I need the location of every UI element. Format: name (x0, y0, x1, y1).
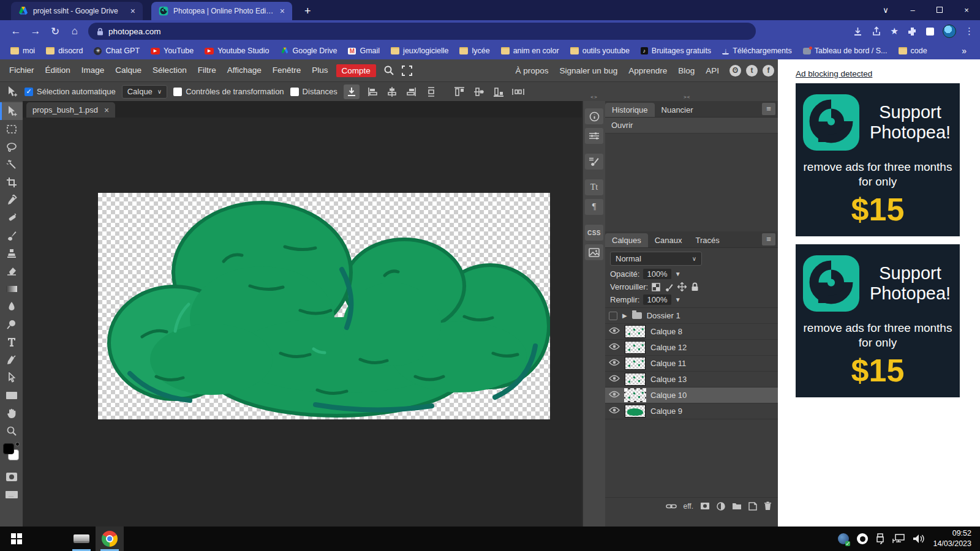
tab-close-icon[interactable]: × (129, 6, 137, 16)
tab-historique[interactable]: Historique (605, 103, 655, 117)
lock-paint-icon[interactable] (665, 283, 673, 291)
css-panel-button[interactable]: CSS (585, 225, 603, 241)
ad-card-2[interactable]: Support Photopea! remove ads for three m… (796, 244, 960, 397)
magic-wand-tool[interactable] (0, 156, 23, 173)
shape-tool[interactable] (0, 386, 23, 404)
align-center-h-icon[interactable] (385, 84, 399, 99)
menu-signaler-bug[interactable]: Signaler un bug (554, 66, 624, 75)
document-close-icon[interactable]: × (104, 105, 109, 115)
layer-row-calque-10-selected[interactable]: Calque 10 (605, 388, 778, 403)
menu-selection[interactable]: Sélection (147, 59, 192, 81)
taskbar-chrome-button[interactable] (96, 527, 124, 551)
menu-affichage[interactable]: Affichage (222, 59, 267, 81)
layer-row-calque-9[interactable]: Calque 9 (605, 403, 778, 419)
adjustment-icon[interactable] (717, 502, 725, 511)
menu-api[interactable]: API (700, 66, 725, 75)
tab-nuancier[interactable]: Nuancier (655, 103, 700, 117)
gradient-tool[interactable] (0, 280, 23, 298)
brush-settings-button[interactable] (585, 154, 603, 170)
clone-stamp-tool[interactable] (0, 244, 23, 262)
type-tool[interactable] (0, 333, 23, 351)
pen-tool[interactable] (0, 351, 23, 369)
healing-brush-tool[interactable] (0, 209, 23, 227)
eye-icon[interactable] (609, 391, 620, 400)
bookmark-star-icon[interactable]: ★ (891, 26, 899, 37)
layer-thumbnail[interactable] (625, 405, 646, 418)
menu-fenetre[interactable]: Fenêtre (267, 59, 307, 81)
volume-icon[interactable] (913, 534, 925, 544)
hand-tool[interactable] (0, 404, 23, 422)
window-chevron-icon[interactable]: ∨ (872, 0, 899, 20)
visibility-checkbox[interactable] (609, 312, 617, 320)
twitter-icon[interactable]: t (746, 65, 758, 77)
effects-button[interactable]: eff. (684, 502, 693, 511)
distribute-horizontal-icon[interactable] (511, 84, 525, 99)
lasso-tool[interactable] (0, 138, 23, 156)
layer-row-dossier-1[interactable]: ▶ Dossier 1 (605, 308, 778, 324)
color-swatches[interactable] (0, 442, 23, 467)
browser-tab-photopea[interactable]: Photopea | Online Photo Editor × (151, 2, 292, 20)
tab-canaux[interactable]: Canaux (648, 233, 689, 247)
eye-tray-icon[interactable] (857, 533, 868, 544)
bookmark-anim[interactable]: anim en color (496, 43, 565, 58)
menu-fichier[interactable]: Fichier (4, 59, 40, 81)
info-panel-button[interactable] (585, 108, 603, 124)
zoom-tool[interactable] (0, 422, 23, 440)
expand-arrow-icon[interactable]: ▶ (622, 312, 627, 319)
side-panel-icon[interactable] (926, 28, 934, 36)
crop-tool[interactable] (0, 173, 23, 191)
download-button[interactable] (344, 84, 360, 99)
layer-thumbnail[interactable] (625, 373, 646, 386)
lock-transparency-icon[interactable] (652, 283, 660, 291)
layer-row-calque-8[interactable]: Calque 8 (605, 324, 778, 340)
taskbar-clock[interactable]: 09:52 14/03/2023 (933, 528, 971, 549)
opacity-slider-icon[interactable]: ▼ (675, 271, 681, 277)
reddit-icon[interactable]: ʘ (729, 65, 741, 77)
new-layer-icon[interactable] (748, 502, 757, 511)
adblock-notice-link[interactable]: Ad blocking detected (796, 69, 872, 78)
usb-icon[interactable] (876, 533, 884, 544)
tab-calques[interactable]: Calques (605, 233, 648, 247)
tab-traces[interactable]: Tracés (689, 233, 726, 247)
paragraph-panel-button[interactable]: ¶ (585, 199, 603, 215)
menu-a-propos[interactable]: À propos (510, 66, 554, 75)
window-close-button[interactable]: × (953, 0, 980, 20)
menu-plus[interactable]: Plus (306, 59, 333, 81)
download-page-icon[interactable] (853, 26, 863, 37)
menu-calque[interactable]: Calque (110, 59, 147, 81)
layer-row-calque-11[interactable]: Calque 11 (605, 356, 778, 372)
fill-value[interactable]: 100% (643, 294, 671, 305)
bookmark-gmail[interactable]: MGmail (342, 43, 385, 58)
layer-thumbnail[interactable] (625, 389, 646, 402)
start-button[interactable] (2, 527, 31, 551)
align-top-icon[interactable] (453, 84, 466, 99)
menu-apprendre[interactable]: Apprendre (623, 66, 673, 75)
home-button[interactable]: ⌂ (65, 25, 85, 37)
eye-icon[interactable] (609, 359, 620, 368)
layer-mask-icon[interactable] (700, 502, 710, 510)
new-folder-icon[interactable] (732, 502, 742, 510)
align-middle-icon[interactable] (472, 84, 486, 99)
bookmark-lycee[interactable]: lycée (454, 43, 495, 58)
align-right-icon[interactable] (405, 84, 418, 99)
blur-tool[interactable] (0, 298, 23, 315)
window-minimize-button[interactable]: – (899, 0, 926, 20)
antivirus-icon[interactable] (838, 533, 849, 544)
bookmark-google-drive[interactable]: Google Drive (275, 43, 343, 58)
bookmark-jeux[interactable]: jeux/logicielle (385, 43, 454, 58)
bookmark-tableau[interactable]: Tableau de bord / S... (797, 43, 893, 58)
blend-mode-dropdown[interactable]: Normal∨ (610, 252, 702, 266)
menu-blog[interactable]: Blog (673, 66, 700, 75)
bookmark-youtube[interactable]: ▶YouTube (145, 43, 199, 58)
bookmark-telechargements[interactable]: ↓Téléchargements (717, 43, 797, 58)
path-select-tool[interactable] (0, 369, 23, 386)
canvas[interactable] (98, 193, 550, 419)
extensions-icon[interactable] (907, 26, 918, 37)
adjustments-panel-button[interactable] (585, 128, 603, 144)
align-bottom-icon[interactable] (492, 84, 505, 99)
collapse-panels-icon[interactable]: >< (684, 94, 690, 100)
window-maximize-button[interactable] (926, 0, 953, 20)
opacity-value[interactable]: 100% (643, 269, 671, 279)
bookmark-youtube-studio[interactable]: ▶Youtube Studio (199, 43, 274, 58)
layer-thumbnail[interactable] (625, 341, 646, 354)
